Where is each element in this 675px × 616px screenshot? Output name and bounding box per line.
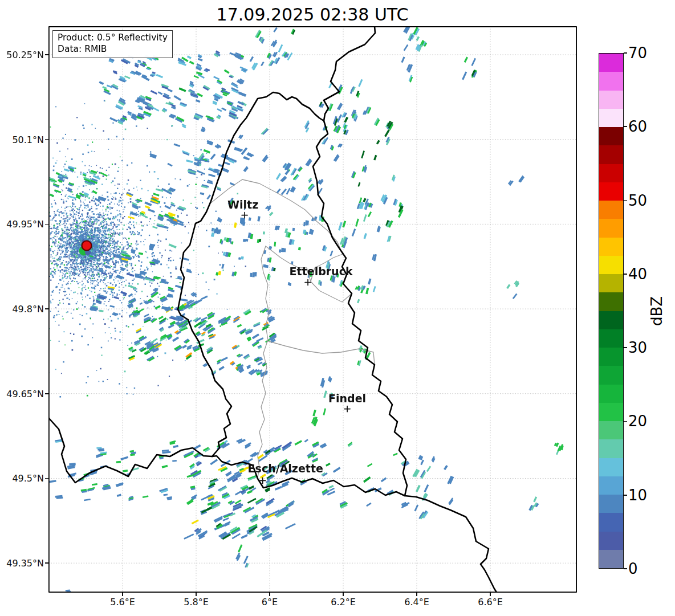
product-annotation-box: Product: 0.5° Reflectivity Data: RMIB	[52, 30, 173, 58]
colorbar	[599, 53, 624, 569]
data-source-label: Data: RMIB	[58, 43, 168, 55]
colorbar-segment	[599, 237, 623, 256]
y-tick-label: 49.65°N	[6, 388, 44, 399]
colorbar-segment	[599, 219, 623, 238]
colorbar-tick-mark	[624, 568, 627, 569]
x-tick-label: 6.2°E	[331, 597, 356, 607]
x-tick-mark	[122, 593, 123, 596]
y-tick-mark	[45, 393, 48, 394]
product-label: Product: 0.5° Reflectivity	[58, 32, 168, 43]
y-tick-mark	[45, 562, 48, 564]
colorbar-segment	[599, 127, 623, 146]
colorbar-tick-label: 40	[628, 266, 647, 283]
colorbar-segment	[599, 513, 623, 532]
colorbar-tick-label: 50	[628, 192, 647, 209]
colorbar-tick-label: 60	[628, 118, 647, 135]
colorbar-segment	[599, 439, 623, 458]
y-tick-label: 49.95°N	[6, 219, 44, 230]
x-tick-label: 5.6°E	[110, 597, 135, 607]
x-tick-label: 6.4°E	[404, 597, 429, 607]
x-tick-mark	[269, 593, 270, 596]
colorbar-tick-label: 70	[628, 44, 647, 62]
colorbar-segment	[599, 164, 623, 182]
colorbar-segment	[599, 366, 623, 385]
y-tick-mark	[45, 478, 48, 479]
colorbar-segment	[599, 274, 623, 293]
colorbar-segment	[599, 421, 623, 440]
colorbar-segment	[599, 495, 623, 513]
colorbar-segment	[599, 54, 623, 72]
y-tick-label: 49.8°N	[12, 304, 44, 315]
colorbar-segment	[599, 201, 623, 219]
colorbar-segment	[599, 90, 623, 109]
y-tick-label: 50.25°N	[6, 50, 44, 60]
city-label: Findel	[328, 392, 366, 405]
radar-map-canvas	[48, 26, 577, 593]
x-tick-label: 5.8°E	[184, 597, 209, 607]
colorbar-segment	[599, 402, 623, 421]
x-tick-mark	[196, 593, 197, 596]
colorbar-tick-label: 30	[628, 339, 647, 356]
colorbar-tick-label: 10	[628, 487, 647, 504]
colorbar-tick-mark	[624, 495, 627, 496]
colorbar-segment	[599, 549, 623, 568]
x-tick-label: 6.6°E	[478, 597, 503, 607]
y-tick-label: 50.1°N	[12, 134, 44, 145]
colorbar-tick-mark	[624, 200, 627, 201]
colorbar-segment	[599, 72, 623, 91]
y-tick-label: 49.35°N	[6, 558, 44, 569]
colorbar-segment	[599, 108, 623, 127]
colorbar-tick-mark	[624, 52, 627, 54]
colorbar-segment	[599, 329, 623, 348]
colorbar-segment	[599, 182, 623, 201]
colorbar-tick-label: 0	[628, 560, 638, 577]
colorbar-tick-mark	[624, 274, 627, 275]
colorbar-tick-mark	[624, 347, 627, 348]
x-tick-mark	[490, 593, 491, 596]
x-tick-mark	[416, 593, 417, 596]
colorbar-tick-mark	[624, 421, 627, 422]
x-tick-mark	[343, 593, 344, 596]
colorbar-segment	[599, 292, 623, 311]
y-tick-mark	[45, 224, 48, 225]
radar-figure: 17.09.2025 02:38 UTC Product: 0.5° Refle…	[0, 0, 675, 616]
colorbar-segment	[599, 476, 623, 495]
y-tick-mark	[45, 54, 48, 55]
city-label: Wiltz	[227, 198, 258, 211]
colorbar-segment	[599, 145, 623, 164]
y-tick-mark	[45, 308, 48, 309]
city-label: Esch/Alzette	[248, 462, 323, 475]
colorbar-segment	[599, 348, 623, 366]
x-tick-label: 6°E	[262, 597, 278, 607]
colorbar-tick-mark	[624, 126, 627, 127]
y-tick-label: 49.5°N	[12, 473, 44, 484]
colorbar-label: dBZ	[648, 296, 665, 326]
city-label: Ettelbruck	[290, 265, 353, 278]
y-tick-mark	[45, 139, 48, 140]
map-plot: Product: 0.5° Reflectivity Data: RMIB Wi…	[48, 26, 577, 593]
figure-title: 17.09.2025 02:38 UTC	[217, 5, 409, 25]
colorbar-segment	[599, 458, 623, 476]
colorbar-tick-label: 20	[628, 413, 647, 430]
colorbar-segment	[599, 531, 623, 550]
colorbar-segment	[599, 311, 623, 329]
colorbar-segment	[599, 255, 623, 274]
colorbar-segment	[599, 384, 623, 403]
